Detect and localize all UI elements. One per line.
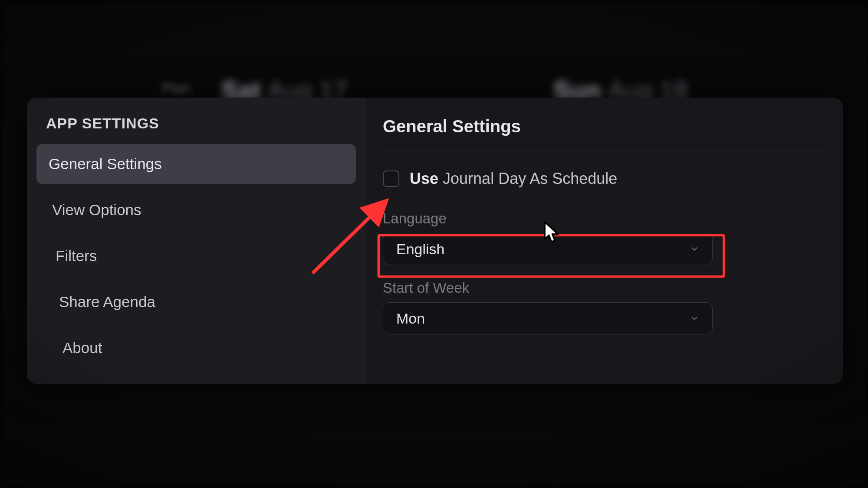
use-journal-day-row[interactable]: Use Journal Day As Schedule xyxy=(383,170,830,188)
sidebar-item-view-options[interactable]: View Options xyxy=(36,190,356,230)
content-title: General Settings xyxy=(383,117,830,151)
settings-content: General Settings Use Journal Day As Sche… xyxy=(365,98,843,384)
sidebar-title: APP SETTINGS xyxy=(36,115,356,132)
language-value: English xyxy=(396,241,445,258)
language-field: Language English xyxy=(383,210,830,265)
settings-modal: APP SETTINGS General Settings View Optio… xyxy=(27,98,843,384)
start-of-week-field: Start of Week Mon xyxy=(383,280,830,334)
language-select[interactable]: English xyxy=(383,233,713,265)
start-of-week-select[interactable]: Mon xyxy=(383,302,713,334)
checkbox-label-rest: Journal Day As Schedule xyxy=(443,170,617,187)
settings-sidebar: APP SETTINGS General Settings View Optio… xyxy=(27,98,365,384)
chevron-down-icon xyxy=(690,314,699,323)
chevron-down-icon xyxy=(690,244,699,254)
sidebar-item-label: View Options xyxy=(52,201,141,218)
sidebar-item-filters[interactable]: Filters xyxy=(36,236,356,276)
sidebar-item-label: Share Agenda xyxy=(59,293,155,310)
sidebar-item-general-settings[interactable]: General Settings xyxy=(36,144,356,184)
sidebar-item-label: General Settings xyxy=(49,155,162,172)
language-label: Language xyxy=(383,210,830,227)
start-of-week-value: Mon xyxy=(396,310,425,327)
start-of-week-label: Start of Week xyxy=(383,280,830,296)
checkbox-label-strong: Use xyxy=(410,170,438,187)
backdrop-plan-label: Plan xyxy=(162,80,191,97)
sidebar-item-label: About xyxy=(62,339,102,356)
sidebar-item-label: Filters xyxy=(56,247,97,264)
use-journal-day-checkbox[interactable] xyxy=(383,170,399,187)
use-journal-day-label: Use Journal Day As Schedule xyxy=(410,170,617,188)
sidebar-item-share-agenda[interactable]: Share Agenda xyxy=(36,282,356,322)
sidebar-item-about[interactable]: About xyxy=(36,328,356,368)
